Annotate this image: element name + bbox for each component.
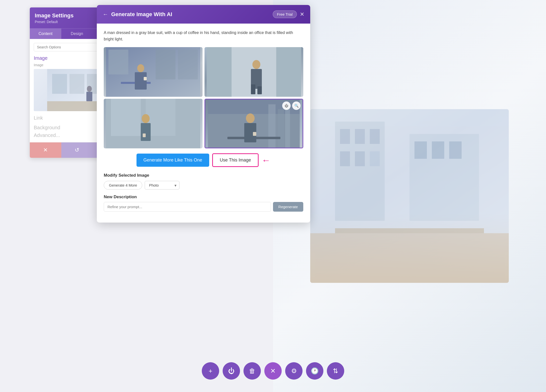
svg-rect-53 — [268, 104, 275, 148]
svg-rect-5 — [340, 151, 350, 166]
image-overlay-icons: ⏻ 🔍 — [282, 101, 301, 110]
svg-rect-59 — [253, 132, 256, 136]
svg-rect-7 — [370, 151, 380, 166]
svg-rect-9 — [414, 141, 427, 159]
svg-rect-24 — [108, 50, 128, 74]
new-description-section: New Description Regenerate — [104, 195, 303, 212]
cancel-button[interactable]: ✕ — [30, 142, 61, 158]
use-image-button[interactable]: Use This Image — [212, 153, 259, 167]
svg-rect-13 — [335, 228, 484, 233]
svg-point-37 — [252, 60, 260, 69]
svg-rect-6 — [355, 151, 365, 166]
photo-select-wrapper: Photo Illustration Digital Art Painting — [145, 181, 179, 190]
modify-section-title: Modify Selected Image — [104, 173, 303, 178]
image-grid: ⏻ 🔍 — [104, 47, 303, 148]
refine-row: Regenerate — [104, 202, 303, 212]
svg-rect-12 — [310, 233, 509, 283]
svg-rect-39 — [251, 84, 255, 94]
background-image-mock — [310, 109, 509, 283]
power-toolbar-button[interactable]: ⏻ — [223, 362, 240, 380]
search-overlay-icon[interactable]: 🔍 — [292, 101, 301, 110]
new-description-title: New Description — [104, 195, 303, 199]
grid-image-3[interactable] — [104, 99, 203, 148]
regenerate-button[interactable]: Regenerate — [273, 202, 303, 212]
modal-body: A man dressed in a gray blue suit, with … — [97, 24, 310, 223]
svg-rect-40 — [257, 86, 262, 94]
modal-title: Generate Image With AI — [111, 11, 172, 18]
generate-4-button[interactable]: Generate 4 More — [104, 181, 142, 190]
svg-rect-4 — [370, 129, 380, 144]
svg-rect-26 — [178, 50, 198, 79]
modal-header: ← Generate Image With AI Free Trial ✕ — [97, 5, 310, 24]
modal-header-right: Free Trial ✕ — [273, 10, 304, 18]
add-toolbar-button[interactable]: + — [202, 362, 219, 380]
modify-controls: Generate 4 More Photo Illustration Digit… — [104, 181, 303, 190]
svg-point-20 — [87, 86, 92, 92]
grid-image-4[interactable]: ⏻ 🔍 — [205, 99, 303, 148]
grid-image-2[interactable] — [205, 47, 303, 97]
svg-rect-29 — [135, 72, 147, 90]
ai-modal: ← Generate Image With AI Free Trial ✕ A … — [97, 5, 310, 223]
svg-rect-10 — [432, 141, 444, 159]
bottom-toolbar: + ⏻ 🗑 ✕ ⚙ 🕐 ⇅ — [202, 362, 344, 380]
free-trial-badge: Free Trial — [273, 10, 297, 18]
action-row: Generate More Like This One Use This Ima… — [104, 153, 303, 167]
svg-rect-36 — [276, 47, 301, 97]
svg-rect-25 — [156, 50, 175, 79]
refine-prompt-input[interactable] — [104, 202, 271, 212]
background-image-area — [273, 0, 546, 392]
svg-rect-17 — [69, 74, 84, 94]
svg-rect-48 — [143, 133, 146, 137]
svg-point-57 — [246, 113, 255, 123]
modal-header-left: ← Generate Image With AI — [103, 11, 172, 18]
svg-rect-54 — [278, 109, 284, 148]
generate-more-button[interactable]: Generate More Like This One — [136, 154, 209, 167]
svg-rect-2 — [340, 129, 350, 144]
undo-button[interactable]: ↺ — [61, 142, 93, 158]
tab-design[interactable]: Design — [61, 29, 93, 39]
settings-toolbar-button[interactable]: ⚙ — [285, 362, 303, 380]
back-arrow-icon[interactable]: ← — [103, 11, 108, 18]
svg-rect-3 — [355, 129, 365, 144]
svg-point-28 — [137, 64, 144, 72]
svg-rect-11 — [449, 141, 462, 159]
power-overlay-icon[interactable]: ⏻ — [282, 101, 291, 110]
svg-rect-44 — [111, 99, 141, 136]
delete-toolbar-button[interactable]: 🗑 — [243, 362, 261, 380]
svg-rect-47 — [141, 123, 151, 141]
arrow-indicator-icon: ← — [262, 155, 271, 165]
history-toolbar-button[interactable]: 🕐 — [306, 362, 323, 380]
svg-rect-16 — [52, 74, 67, 94]
svg-point-46 — [142, 114, 150, 123]
tab-content[interactable]: Content — [30, 29, 61, 39]
prompt-text: A man dressed in a gray blue suit, with … — [104, 30, 303, 42]
photo-style-select[interactable]: Photo Illustration Digital Art Painting — [145, 181, 179, 190]
svg-rect-35 — [207, 47, 232, 97]
svg-rect-55 — [285, 107, 290, 148]
svg-rect-30 — [144, 77, 147, 80]
sort-toolbar-button[interactable]: ⇅ — [327, 362, 344, 380]
close-modal-button[interactable]: ✕ — [300, 11, 304, 18]
close-toolbar-button[interactable]: ✕ — [264, 362, 282, 380]
svg-rect-21 — [86, 92, 92, 101]
grid-image-1[interactable] — [104, 47, 203, 97]
modify-section: Modify Selected Image Generate 4 More Ph… — [104, 173, 303, 190]
